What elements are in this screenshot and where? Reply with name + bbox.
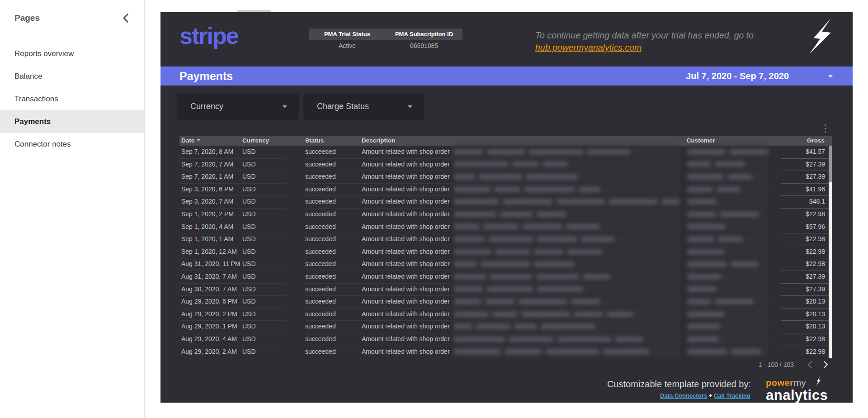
table-scrollbar-thumb[interactable] bbox=[829, 146, 832, 182]
redacted-description bbox=[454, 320, 680, 333]
column-header-description[interactable]: Description bbox=[362, 136, 395, 146]
cell-currency: USD bbox=[242, 208, 286, 221]
cell-status: succeeded bbox=[305, 221, 362, 234]
redacted-description bbox=[454, 346, 680, 358]
column-header-customer[interactable]: Customer bbox=[686, 136, 715, 146]
cell-gross: $27.39 bbox=[781, 171, 829, 184]
sidebar-title: Pages bbox=[14, 13, 40, 23]
cell-status: succeeded bbox=[305, 146, 362, 159]
redacted-customer bbox=[687, 146, 769, 158]
cell-currency: USD bbox=[242, 346, 286, 359]
table-scrollbar-track[interactable] bbox=[829, 146, 832, 358]
table-row: Sep 7, 2020, 8 AMUSDsucceededAmount rela… bbox=[179, 146, 832, 158]
cell-currency: USD bbox=[242, 308, 286, 321]
date-range-caret-icon[interactable] bbox=[828, 75, 833, 78]
cell-gross: $48.1 bbox=[781, 195, 829, 209]
table-row: Aug 31, 2020, 11 PMUSDsucceededAmount re… bbox=[179, 258, 832, 271]
logo-line-1: powermy bbox=[766, 376, 828, 387]
sidebar-page-list: Reports overviewBalanceTransactionsPayme… bbox=[0, 36, 144, 156]
cell-description: Amount related with shop order bbox=[362, 246, 454, 259]
page-title-bar: Payments Jul 7, 2020 - Sep 7, 2020 bbox=[160, 66, 853, 86]
table-row: Sep 3, 2020, 6 PMUSDsucceededAmount rela… bbox=[179, 183, 832, 196]
trial-hub-link[interactable]: hub.powermyanalytics.com bbox=[535, 43, 642, 52]
collapse-sidebar-button[interactable] bbox=[121, 13, 131, 23]
redacted-customer bbox=[687, 221, 769, 233]
call-tracking-link[interactable]: Call Tracking bbox=[714, 392, 750, 399]
report-header: stripe PMA Trial Status PMA Subscription… bbox=[160, 12, 853, 66]
sidebar-item-balance[interactable]: Balance bbox=[0, 65, 144, 88]
cell-gross: $41.96 bbox=[781, 183, 829, 196]
table-row: Sep 1, 2020, 2 PMUSDsucceededAmount rela… bbox=[179, 208, 832, 221]
stripe-logo: stripe bbox=[179, 22, 238, 49]
cell-currency: USD bbox=[242, 233, 286, 246]
redacted-description bbox=[454, 146, 680, 158]
cell-status: succeeded bbox=[305, 271, 362, 284]
cell-description: Amount related with shop order bbox=[362, 258, 454, 271]
sort-desc-icon bbox=[197, 139, 200, 142]
column-header-date[interactable]: Date bbox=[181, 136, 200, 146]
cell-status: succeeded bbox=[305, 183, 362, 196]
cell-currency: USD bbox=[242, 333, 286, 346]
table-row: Sep 3, 2020, 7 AMUSDsucceededAmount rela… bbox=[179, 195, 832, 208]
cell-currency: USD bbox=[242, 271, 286, 284]
redacted-description bbox=[454, 246, 680, 258]
cell-status: succeeded bbox=[305, 295, 362, 309]
cell-currency: USD bbox=[242, 171, 286, 184]
column-header-gross[interactable]: Gross bbox=[807, 136, 825, 146]
previous-page-button[interactable] bbox=[805, 360, 815, 370]
sidebar-item-connector-notes[interactable]: Connector notes bbox=[0, 133, 144, 156]
sidebar-item-reports-overview[interactable]: Reports overview bbox=[0, 43, 144, 65]
redacted-customer bbox=[687, 333, 769, 346]
column-header-status[interactable]: Status bbox=[305, 136, 324, 146]
cell-description: Amount related with shop order bbox=[362, 271, 454, 284]
redacted-description bbox=[454, 158, 680, 171]
cell-description: Amount related with shop order bbox=[362, 183, 454, 196]
cell-status: succeeded bbox=[305, 208, 362, 221]
data-connectors-link[interactable]: Data Connectors bbox=[660, 392, 707, 399]
sidebar-item-payments[interactable]: Payments bbox=[0, 110, 144, 133]
cell-currency: USD bbox=[242, 320, 286, 333]
cell-description: Amount related with shop order bbox=[362, 346, 454, 359]
charge-status-filter-dropdown[interactable]: Charge Status bbox=[304, 94, 424, 119]
cell-description: Amount related with shop order bbox=[362, 195, 454, 209]
currency-filter-dropdown[interactable]: Currency bbox=[177, 94, 298, 119]
cell-currency: USD bbox=[242, 246, 286, 259]
date-range-control[interactable]: Jul 7, 2020 - Sep 7, 2020 bbox=[686, 71, 789, 81]
cell-currency: USD bbox=[242, 158, 286, 171]
sidebar-item-transactions[interactable]: Transactions bbox=[0, 88, 144, 110]
cell-status: succeeded bbox=[305, 171, 362, 184]
pma-subscription-id-value: 06591085 bbox=[386, 40, 462, 52]
cell-status: succeeded bbox=[305, 283, 362, 296]
sidebar-header: Pages bbox=[0, 0, 144, 36]
table-row: Aug 29, 2020, 1 PMUSDsucceededAmount rel… bbox=[179, 320, 832, 333]
redacted-customer bbox=[687, 308, 769, 321]
redacted-description bbox=[454, 295, 680, 308]
redacted-customer bbox=[687, 258, 769, 271]
redacted-customer bbox=[687, 246, 769, 258]
table-row: Aug 29, 2020, 2 AMUSDsucceededAmount rel… bbox=[179, 346, 832, 358]
redacted-description bbox=[454, 171, 680, 183]
chevron-down-icon bbox=[408, 105, 412, 108]
table-options-kebab-icon[interactable] bbox=[821, 124, 829, 133]
cell-gross: $22.98 bbox=[781, 333, 829, 346]
cell-description: Amount related with shop order bbox=[362, 158, 454, 171]
chevron-left-icon bbox=[123, 14, 129, 23]
logo-power-text: power bbox=[766, 378, 793, 388]
pagination-range: 1 - 100 / 103 bbox=[758, 361, 794, 368]
pma-trial-status-value: Active bbox=[309, 40, 386, 52]
cell-description: Amount related with shop order bbox=[362, 295, 454, 309]
page-title: Payments bbox=[179, 70, 233, 83]
next-page-button[interactable] bbox=[821, 360, 831, 370]
table-row: Aug 30, 2020, 7 AMUSDsucceededAmount rel… bbox=[179, 283, 832, 296]
redacted-description bbox=[454, 208, 680, 221]
currency-filter-label: Currency bbox=[177, 94, 298, 119]
payments-table: Date Currency Status Description Custome… bbox=[179, 136, 832, 358]
provided-by-text: Customizable template provided by: bbox=[607, 379, 751, 390]
table-row: Sep 1, 2020, 12 AMUSDsucceededAmount rel… bbox=[179, 246, 832, 258]
column-header-currency[interactable]: Currency bbox=[242, 136, 269, 146]
table-row: Sep 1, 2020, 1 AMUSDsucceededAmount rela… bbox=[179, 233, 832, 246]
power-my-analytics-logo: powermy analytics bbox=[766, 376, 828, 402]
redacted-customer bbox=[687, 346, 769, 358]
cell-description: Amount related with shop order bbox=[362, 233, 454, 246]
cell-description: Amount related with shop order bbox=[362, 308, 454, 321]
